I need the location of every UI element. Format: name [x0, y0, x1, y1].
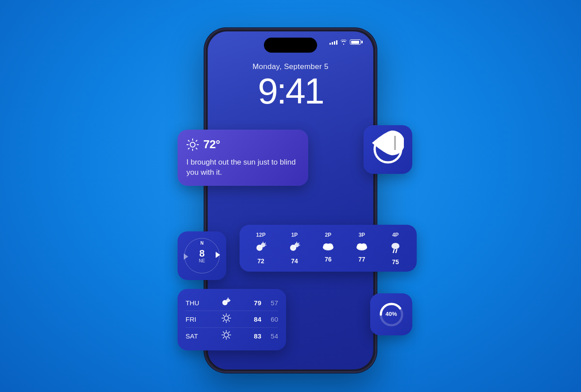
date-display: Monday, September 5 9:41 [208, 62, 373, 109]
svg-line-48 [229, 315, 229, 316]
svg-line-34 [396, 250, 397, 253]
hourly-icon-1 [289, 242, 300, 254]
hourly-col-3p: 3P 77 [346, 232, 378, 265]
svg-line-46 [229, 320, 229, 321]
daily-high-fri: 84 [249, 315, 261, 323]
daily-day-fri: FRI [186, 315, 203, 323]
hourly-col-2p: 2P 76 [312, 232, 344, 265]
hourly-icon-0 [255, 242, 267, 254]
svg-point-21 [291, 246, 295, 250]
svg-point-32 [391, 243, 399, 249]
hourly-icon-4 [391, 242, 400, 255]
svg-line-7 [188, 148, 189, 149]
svg-line-6 [196, 148, 197, 149]
wind-direction: NE [199, 258, 205, 263]
svg-point-31 [360, 243, 367, 249]
daily-low-sat: 54 [266, 332, 278, 340]
svg-marker-12 [184, 254, 188, 260]
daily-icon-thu [220, 297, 232, 308]
wifi-icon [340, 39, 347, 45]
humidity-ring: 80% [372, 133, 404, 165]
daily-row-sat: SAT 83 54 [186, 327, 278, 344]
daily-low-fri: 60 [266, 315, 278, 323]
svg-line-57 [229, 332, 229, 333]
svg-line-24 [298, 243, 299, 243]
time-text: 9:41 [208, 73, 373, 109]
hourly-temp-0: 72 [257, 257, 264, 265]
humidity-small-ring: 40% [378, 301, 405, 328]
phone-container: Monday, September 5 9:41 72° I brought o… [204, 28, 377, 373]
compass-right-arrow [216, 252, 220, 260]
daily-high-sat: 83 [249, 332, 261, 340]
hourly-grid: 12P 72 1P [245, 232, 411, 265]
humidity-drop-icon [372, 127, 404, 161]
daily-low-thu: 57 [266, 299, 278, 307]
svg-point-15 [257, 246, 262, 250]
hourly-col-4p: 4P 75 [380, 232, 411, 265]
daily-high-thu: 79 [249, 299, 261, 307]
svg-line-45 [223, 315, 224, 316]
svg-line-55 [229, 337, 229, 338]
compass-ring: N 8 NE [184, 238, 220, 273]
svg-line-8 [196, 140, 197, 141]
battery-icon [350, 39, 361, 45]
hourly-forecast-widget: 12P 72 1P [240, 225, 417, 272]
dynamic-island [264, 38, 317, 53]
humidity-small-value: 40% [385, 311, 397, 317]
svg-marker-13 [216, 252, 220, 258]
hourly-col-12p: 12P 72 [245, 232, 277, 265]
svg-point-49 [224, 333, 229, 337]
weather-temp: 72° [203, 138, 220, 151]
daily-forecast-widget: THU 79 57 FRI [178, 289, 286, 350]
svg-line-18 [265, 243, 265, 243]
hourly-icon-2 [322, 242, 334, 252]
daily-row-fri: FRI 84 60 [186, 311, 278, 327]
daily-icon-fri [220, 313, 232, 325]
wind-speed: 8 [199, 249, 205, 258]
humidity-small-widget: 40% [370, 293, 412, 335]
signal-icon [329, 39, 337, 45]
compass-widget: N 8 NE [178, 231, 226, 280]
svg-line-47 [223, 320, 224, 321]
hourly-temp-2: 76 [325, 256, 332, 263]
svg-line-56 [223, 337, 224, 338]
hourly-time-3: 3P [359, 232, 365, 238]
compass-north-label: N [200, 241, 203, 246]
hourly-temp-1: 74 [291, 257, 298, 265]
daily-row-thu: THU 79 57 [186, 295, 278, 311]
hourly-time-4: 4P [392, 232, 399, 238]
compass-left-arrow [184, 252, 188, 260]
sun-icon [186, 138, 199, 151]
daily-day-thu: THU [186, 299, 203, 307]
compass-inner: 8 NE [199, 249, 205, 263]
svg-point-36 [223, 301, 227, 304]
svg-line-54 [223, 332, 224, 333]
weather-notification-widget: 72° I brought out the sun just to blind … [178, 130, 308, 186]
daily-day-sat: SAT [186, 332, 203, 340]
svg-point-28 [327, 243, 333, 249]
svg-line-33 [393, 250, 394, 253]
svg-line-5 [188, 140, 189, 141]
svg-point-40 [224, 316, 229, 320]
hourly-temp-3: 77 [358, 256, 365, 263]
hourly-temp-4: 75 [392, 258, 399, 265]
hourly-time-0: 12P [256, 232, 265, 238]
hourly-col-1p: 1P 74 [279, 232, 310, 265]
svg-point-0 [190, 142, 195, 147]
hourly-time-1: 1P [291, 232, 298, 238]
date-text: Monday, September 5 [208, 62, 373, 71]
weather-message: I brought out the sun just to blind you … [186, 158, 299, 178]
hourly-time-2: 2P [325, 232, 332, 238]
hourly-icon-3 [356, 242, 368, 252]
daily-icon-sat [220, 330, 232, 342]
humidity-widget: 80% [364, 125, 412, 174]
